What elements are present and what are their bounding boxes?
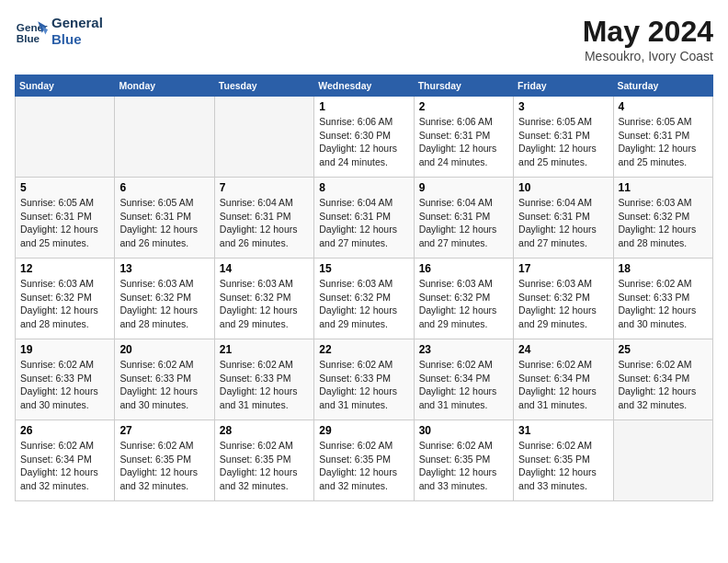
day-number: 30 (419, 424, 508, 437)
day-info-line: Sunrise: 6:02 AM (619, 277, 708, 291)
day-info: Sunrise: 6:04 AMSunset: 6:31 PMDaylight:… (319, 196, 408, 250)
day-number: 7 (220, 181, 309, 194)
day-info-line: and 31 minutes. (419, 398, 508, 412)
day-info: Sunrise: 6:04 AMSunset: 6:31 PMDaylight:… (419, 196, 508, 250)
day-info-line: Sunrise: 6:05 AM (119, 196, 209, 210)
day-info-line: Sunset: 6:35 PM (319, 453, 408, 466)
day-info-line: Sunrise: 6:03 AM (20, 277, 109, 291)
day-info: Sunrise: 6:05 AMSunset: 6:31 PMDaylight:… (619, 115, 708, 169)
day-info-line: Sunrise: 6:02 AM (319, 439, 408, 453)
day-info-line: Sunset: 6:34 PM (619, 372, 708, 385)
day-number: 14 (220, 262, 309, 275)
calendar-cell (613, 420, 712, 501)
calendar-cell: 29Sunrise: 6:02 AMSunset: 6:35 PMDayligh… (314, 420, 414, 501)
day-info: Sunrise: 6:02 AMSunset: 6:35 PMDaylight:… (419, 439, 508, 493)
day-info-line: and 31 minutes. (220, 398, 309, 412)
calendar-cell: 21Sunrise: 6:02 AMSunset: 6:33 PMDayligh… (214, 339, 313, 420)
logo-line1: General (51, 15, 103, 31)
calendar-cell: 20Sunrise: 6:02 AMSunset: 6:33 PMDayligh… (115, 339, 214, 420)
location-subtitle: Mesoukro, Ivory Coast (583, 49, 713, 63)
day-info: Sunrise: 6:03 AMSunset: 6:32 PMDaylight:… (619, 196, 708, 250)
day-info-line: and 25 minutes. (619, 155, 708, 169)
day-info-line: Sunrise: 6:02 AM (220, 439, 309, 453)
day-info: Sunrise: 6:05 AMSunset: 6:31 PMDaylight:… (518, 115, 608, 169)
calendar-cell: 19Sunrise: 6:02 AMSunset: 6:33 PMDayligh… (16, 339, 115, 420)
day-info-line: Sunrise: 6:06 AM (419, 115, 508, 129)
day-info-line: and 26 minutes. (220, 236, 309, 250)
day-number: 13 (119, 262, 209, 275)
day-info-line: Sunset: 6:33 PM (119, 372, 209, 385)
day-info-line: and 32 minutes. (319, 479, 408, 493)
day-info-line: Daylight: 12 hours (419, 304, 508, 317)
day-info-line: Sunset: 6:32 PM (619, 210, 708, 224)
day-number: 9 (419, 181, 508, 194)
day-info-line: Daylight: 12 hours (319, 385, 408, 398)
calendar-cell: 9Sunrise: 6:04 AMSunset: 6:31 PMDaylight… (414, 178, 513, 259)
day-info-line: Sunset: 6:31 PM (20, 210, 109, 224)
day-info-line: and 24 minutes. (419, 155, 508, 169)
day-info-line: and 32 minutes. (119, 479, 209, 493)
calendar-cell: 4Sunrise: 6:05 AMSunset: 6:31 PMDaylight… (613, 97, 712, 178)
day-number: 1 (319, 100, 408, 113)
day-info-line: Sunset: 6:32 PM (20, 291, 109, 304)
calendar-cell: 5Sunrise: 6:05 AMSunset: 6:31 PMDaylight… (16, 178, 115, 259)
day-info-line: and 32 minutes. (220, 479, 309, 493)
page-header: General Blue General Blue May 2024 Mesou… (15, 15, 713, 63)
day-info-line: Sunset: 6:35 PM (119, 453, 209, 466)
day-info-line: and 27 minutes. (419, 236, 508, 250)
day-info: Sunrise: 6:03 AMSunset: 6:32 PMDaylight:… (419, 277, 508, 331)
day-info-line: Sunrise: 6:02 AM (518, 439, 608, 453)
day-info-line: Daylight: 12 hours (220, 304, 309, 317)
day-info: Sunrise: 6:05 AMSunset: 6:31 PMDaylight:… (20, 196, 109, 250)
calendar-cell (115, 97, 214, 178)
day-info-line: Sunrise: 6:03 AM (518, 277, 608, 291)
day-info-line: Sunrise: 6:02 AM (518, 358, 608, 372)
header-friday: Friday (514, 75, 613, 97)
day-info-line: Sunset: 6:31 PM (119, 210, 209, 224)
day-info-line: and 28 minutes. (619, 236, 708, 250)
day-info-line: Sunset: 6:35 PM (419, 453, 508, 466)
day-number: 23 (419, 343, 508, 356)
logo-line2: Blue (51, 31, 103, 48)
day-info-line: Sunset: 6:31 PM (419, 129, 508, 143)
day-info-line: Sunset: 6:34 PM (419, 372, 508, 385)
day-info: Sunrise: 6:03 AMSunset: 6:32 PMDaylight:… (319, 277, 408, 331)
day-info-line: Sunset: 6:33 PM (319, 372, 408, 385)
day-info-line: and 24 minutes. (319, 155, 408, 169)
calendar-header-row: SundayMondayTuesdayWednesdayThursdayFrid… (16, 75, 713, 97)
day-info-line: Daylight: 12 hours (518, 465, 608, 479)
header-monday: Monday (115, 75, 214, 97)
day-info-line: Sunset: 6:31 PM (419, 210, 508, 224)
day-info: Sunrise: 6:02 AMSunset: 6:34 PMDaylight:… (518, 358, 608, 412)
day-info-line: Sunrise: 6:02 AM (220, 358, 309, 372)
day-info: Sunrise: 6:04 AMSunset: 6:31 PMDaylight:… (518, 196, 608, 250)
day-number: 29 (319, 424, 408, 437)
calendar-cell: 27Sunrise: 6:02 AMSunset: 6:35 PMDayligh… (115, 420, 214, 501)
day-info-line: Daylight: 12 hours (419, 223, 508, 236)
calendar-cell: 25Sunrise: 6:02 AMSunset: 6:34 PMDayligh… (613, 339, 712, 420)
day-info-line: and 33 minutes. (518, 479, 608, 493)
day-info-line: Sunrise: 6:05 AM (619, 115, 708, 129)
header-thursday: Thursday (414, 75, 513, 97)
day-number: 17 (518, 262, 608, 275)
calendar-cell: 1Sunrise: 6:06 AMSunset: 6:30 PMDaylight… (314, 97, 414, 178)
day-info-line: Daylight: 12 hours (319, 142, 408, 155)
logo-icon: General Blue (15, 15, 48, 48)
header-wednesday: Wednesday (314, 75, 414, 97)
calendar-cell: 14Sunrise: 6:03 AMSunset: 6:32 PMDayligh… (214, 259, 313, 339)
day-info-line: Sunset: 6:34 PM (20, 453, 109, 466)
calendar-cell: 23Sunrise: 6:02 AMSunset: 6:34 PMDayligh… (414, 339, 513, 420)
calendar-cell: 18Sunrise: 6:02 AMSunset: 6:33 PMDayligh… (613, 259, 712, 339)
day-info-line: Daylight: 12 hours (220, 385, 309, 398)
day-info-line: Daylight: 12 hours (220, 223, 309, 236)
day-info: Sunrise: 6:06 AMSunset: 6:30 PMDaylight:… (319, 115, 408, 169)
day-info-line: and 26 minutes. (119, 236, 209, 250)
day-info-line: Sunset: 6:31 PM (220, 210, 309, 224)
day-info-line: Sunrise: 6:05 AM (518, 115, 608, 129)
day-number: 11 (619, 181, 708, 194)
day-info-line: Sunset: 6:35 PM (220, 453, 309, 466)
day-info-line: Sunset: 6:34 PM (518, 372, 608, 385)
day-info-line: Daylight: 12 hours (319, 304, 408, 317)
calendar-cell: 3Sunrise: 6:05 AMSunset: 6:31 PMDaylight… (514, 97, 613, 178)
day-info-line: Sunset: 6:31 PM (619, 129, 708, 143)
